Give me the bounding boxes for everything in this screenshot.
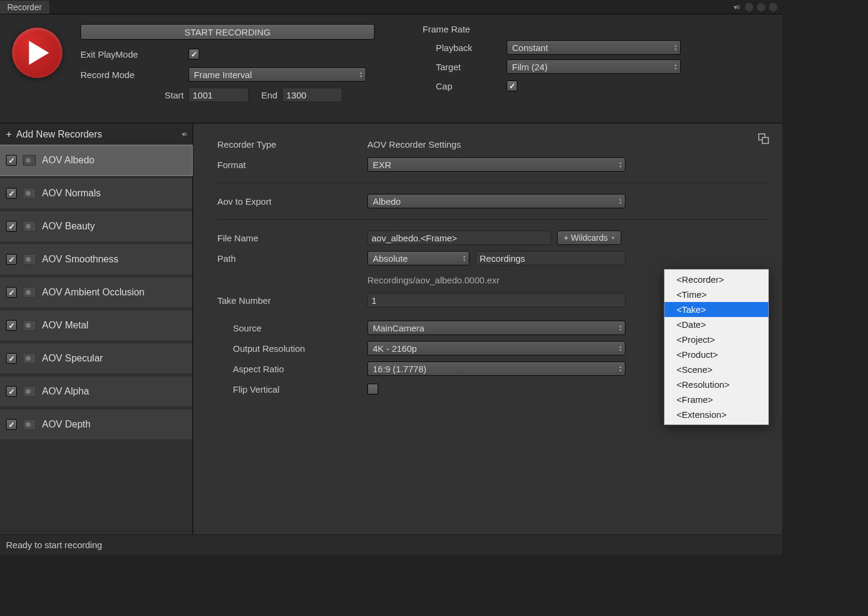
cap-label: Cap [423, 81, 507, 91]
recorder-label: AOV Ambient Occlusion [42, 287, 145, 298]
exit-playmode-label: Exit PlayMode [80, 49, 188, 59]
take-number-label: Take Number [217, 295, 367, 306]
recorder-item[interactable]: AOV Depth [0, 409, 192, 439]
resolved-path: Recordings/aov_albedo.0000.exr [367, 275, 499, 285]
recorder-enabled-checkbox[interactable] [6, 155, 17, 166]
status-bar: Ready to start recording [0, 534, 782, 555]
recorder-type-icon [23, 353, 36, 364]
recorder-type-icon [23, 221, 36, 232]
divider [217, 219, 768, 220]
record-mode-label: Record Mode [80, 70, 188, 80]
recorder-type-icon [23, 188, 36, 199]
recorder-type-icon [23, 320, 36, 331]
filename-label: File Name [217, 233, 367, 243]
recorder-label: AOV Metal [42, 320, 88, 331]
format-label: Format [217, 160, 367, 170]
recorder-enabled-checkbox[interactable] [6, 254, 17, 265]
aov-export-select[interactable]: Albedo [367, 194, 625, 208]
recorder-label: AOV Depth [42, 419, 91, 430]
svg-marker-0 [29, 41, 49, 65]
window-button-1[interactable] [745, 3, 753, 11]
window-button-3[interactable] [769, 3, 777, 11]
path-type-select[interactable]: Absolute [367, 251, 469, 265]
wildcards-popup-item[interactable]: <Frame> [665, 392, 768, 407]
recorder-item[interactable]: AOV Normals [0, 178, 192, 208]
divider [217, 183, 768, 183]
exit-playmode-checkbox[interactable] [188, 49, 199, 59]
flip-vertical-checkbox[interactable] [367, 384, 378, 394]
take-number-input[interactable]: 1 [367, 293, 625, 307]
target-label: Target [423, 62, 507, 72]
list-settings-icon[interactable]: ▾≡ [182, 131, 186, 137]
panel-menu-icon[interactable]: ▾≡ [734, 3, 739, 11]
wildcards-popup-item[interactable]: <Product> [665, 347, 768, 362]
recorder-type-label: Recorder Type [217, 139, 367, 149]
wildcards-popup-item[interactable]: <Resolution> [665, 377, 768, 392]
recorder-label: AOV Albedo [42, 155, 94, 166]
tab-recorder[interactable]: Recorder [0, 1, 49, 14]
tab-bar: Recorder ▾≡ [0, 0, 782, 14]
recorder-list-sidebar: + Add New Recorders ▾≡ AOV AlbedoAOV Nor… [0, 124, 193, 545]
wildcards-popup-item[interactable]: <Project> [665, 332, 768, 347]
start-frame-input[interactable]: 1001 [188, 88, 249, 102]
path-label: Path [217, 253, 367, 264]
playback-label: Playback [423, 43, 507, 53]
recorder-label: AOV Smoothness [42, 254, 118, 265]
wildcards-popup-item[interactable]: <Recorder> [665, 272, 768, 287]
output-resolution-select[interactable]: 4K - 2160p [367, 341, 625, 355]
record-mode-select[interactable]: Frame Interval [188, 67, 366, 82]
recorder-item[interactable]: AOV Beauty [0, 211, 192, 241]
recorder-label: AOV Normals [42, 188, 101, 199]
start-frame-label: Start [164, 90, 184, 100]
recorder-type-icon [23, 287, 36, 298]
format-select[interactable]: EXR [367, 157, 625, 172]
window-button-2[interactable] [757, 3, 765, 11]
wildcards-popup-item[interactable]: <Extension> [665, 407, 768, 422]
filename-input[interactable]: aov_albedo.<Frame> [367, 231, 551, 245]
add-recorders-header[interactable]: + Add New Recorders ▾≡ [0, 124, 192, 145]
recorder-item[interactable]: AOV Albedo [0, 145, 192, 175]
aspect-ratio-label: Aspect Ratio [217, 364, 367, 374]
recorder-enabled-checkbox[interactable] [6, 287, 17, 298]
recorder-item[interactable]: AOV Ambient Occlusion [0, 277, 192, 307]
wildcards-popup: <Recorder><Time><Take><Date><Project><Pr… [664, 269, 769, 425]
target-select[interactable]: Film (24) [507, 59, 681, 74]
output-resolution-label: Output Resolution [217, 343, 367, 354]
record-play-button[interactable] [12, 28, 62, 78]
add-recorders-label: Add New Recorders [16, 129, 102, 139]
recorder-enabled-checkbox[interactable] [6, 320, 17, 331]
presets-icon[interactable] [758, 133, 769, 144]
start-recording-button[interactable]: START RECORDING [80, 24, 375, 40]
recorder-item[interactable]: AOV Specular [0, 343, 192, 373]
end-frame-label: End [261, 90, 277, 100]
recorder-label: AOV Specular [42, 353, 103, 364]
wildcards-popup-item[interactable]: <Date> [665, 317, 768, 332]
source-select[interactable]: MainCamera [367, 321, 625, 335]
aspect-ratio-select[interactable]: 16:9 (1.7778) [367, 361, 625, 376]
recorder-type-icon [23, 419, 36, 430]
recorder-type-icon [23, 254, 36, 265]
status-text: Ready to start recording [6, 540, 102, 550]
recorder-enabled-checkbox[interactable] [6, 188, 17, 199]
top-panel: START RECORDING Exit PlayMode Record Mod… [0, 14, 782, 124]
recorder-item[interactable]: AOV Smoothness [0, 244, 192, 274]
cap-checkbox[interactable] [507, 80, 517, 91]
recorder-item[interactable]: AOV Metal [0, 310, 192, 340]
aov-export-label: Aov to Export [217, 196, 367, 207]
plus-icon: + [6, 129, 11, 139]
wildcards-popup-item[interactable]: <Take> [665, 302, 768, 317]
wildcards-button[interactable]: + Wildcards [557, 231, 621, 245]
recorder-item[interactable]: AOV Alpha [0, 376, 192, 406]
recorder-label: AOV Beauty [42, 221, 95, 232]
playback-select[interactable]: Constant [507, 40, 681, 55]
wildcards-popup-item[interactable]: <Time> [665, 287, 768, 302]
recorder-enabled-checkbox[interactable] [6, 419, 17, 430]
recorder-enabled-checkbox[interactable] [6, 221, 17, 232]
wildcards-popup-item[interactable]: <Scene> [665, 362, 768, 377]
end-frame-input[interactable]: 1300 [282, 88, 342, 102]
path-input[interactable]: Recordings [475, 251, 625, 265]
recorder-type-value: AOV Recorder Settings [367, 139, 461, 149]
flip-vertical-label: Flip Vertical [217, 384, 367, 394]
recorder-enabled-checkbox[interactable] [6, 386, 17, 397]
recorder-enabled-checkbox[interactable] [6, 353, 17, 364]
